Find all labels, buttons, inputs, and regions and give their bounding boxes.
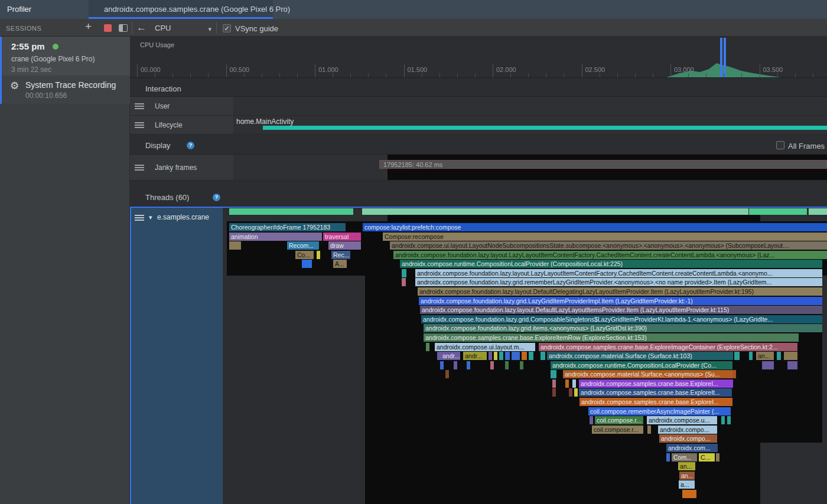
trace-span-small[interactable] bbox=[732, 370, 736, 378]
thread-state-bar[interactable] bbox=[809, 208, 827, 215]
trace-span-small[interactable] bbox=[402, 269, 406, 277]
trace-span[interactable]: androidx.compose.ui.layout.LayoutNodeSub… bbox=[390, 241, 827, 250]
help-icon[interactable]: ? bbox=[213, 194, 220, 201]
tab-profiler[interactable]: Profiler bbox=[7, 5, 31, 14]
trace-span-small[interactable] bbox=[552, 388, 556, 397]
trace-span[interactable]: andr... bbox=[441, 352, 460, 360]
session-artifact[interactable]: ⚙ System Trace Recording 00:00:10.656 bbox=[0, 76, 130, 104]
trace-span-small[interactable] bbox=[512, 352, 520, 360]
trace-span[interactable]: draw bbox=[328, 241, 361, 250]
trace-span[interactable]: androidx.compose.foundation.lazy.grid.re… bbox=[415, 278, 822, 286]
trace-span[interactable]: androidx.compose.foundation.lazy.layout.… bbox=[393, 251, 827, 259]
trace-span[interactable]: androidx.compo... bbox=[658, 426, 717, 434]
trace-span-small[interactable] bbox=[787, 361, 797, 369]
trace-span-small[interactable] bbox=[440, 361, 444, 369]
janky-track-label-col[interactable]: Janky frames bbox=[130, 155, 233, 181]
trace-span[interactable]: an... bbox=[756, 352, 774, 360]
trace-span[interactable]: coil.compose.r... bbox=[595, 416, 643, 424]
trace-span-small[interactable] bbox=[505, 352, 510, 360]
trace-span-small[interactable] bbox=[693, 490, 696, 498]
trace-span-small[interactable] bbox=[499, 352, 503, 360]
trace-span-small[interactable] bbox=[565, 379, 569, 388]
trace-span-small[interactable] bbox=[727, 416, 731, 424]
all-frames-checkbox[interactable] bbox=[776, 141, 784, 149]
trace-span-small[interactable] bbox=[734, 352, 740, 360]
trace-span-small[interactable] bbox=[302, 260, 312, 268]
trace-span[interactable]: androidx.compose.material.Surface (Surfa… bbox=[547, 352, 733, 360]
trace-span-small[interactable] bbox=[572, 379, 576, 388]
trace-span-small[interactable] bbox=[716, 453, 719, 462]
trace-span[interactable]: andr... bbox=[463, 352, 487, 360]
trace-span-small[interactable] bbox=[569, 388, 572, 397]
trace-span[interactable]: compose:lazylist:prefetch:compose bbox=[363, 223, 827, 231]
trace-span-small[interactable] bbox=[505, 361, 509, 369]
process-select[interactable]: CPU ▾ bbox=[155, 24, 211, 33]
trace-span[interactable]: Recom... bbox=[287, 241, 319, 250]
trace-span-small[interactable] bbox=[520, 361, 523, 369]
trace-span[interactable]: C... bbox=[699, 453, 715, 462]
janky-track-content[interactable]: 17952185: 40.62 ms bbox=[233, 155, 827, 181]
trace-span[interactable]: androidx.compose.samples.crane.base.Expl… bbox=[579, 398, 732, 406]
trace-span-small[interactable] bbox=[402, 278, 406, 286]
trace-span[interactable]: androidx.compose.foundation.lazy.grid.La… bbox=[419, 297, 822, 305]
trace-span[interactable]: an... bbox=[679, 472, 695, 480]
trace-span-small[interactable] bbox=[647, 426, 651, 434]
user-track-content[interactable] bbox=[233, 97, 827, 116]
trace-span[interactable]: androidx.com... bbox=[666, 444, 718, 452]
drag-handle-icon[interactable] bbox=[135, 165, 144, 171]
add-session-icon[interactable]: + bbox=[85, 20, 92, 33]
trace-span[interactable]: androidx.compose.runtime.CompositionLoca… bbox=[400, 260, 822, 268]
trace-span-small[interactable] bbox=[590, 416, 593, 424]
trace-span-small[interactable] bbox=[552, 379, 556, 388]
trace-span[interactable]: Com... bbox=[672, 453, 697, 462]
trace-span-small[interactable] bbox=[317, 251, 320, 259]
trace-span-small[interactable] bbox=[494, 352, 497, 360]
trace-span-small[interactable] bbox=[777, 352, 781, 360]
lifecycle-track-label-col[interactable]: Lifecycle bbox=[130, 116, 233, 135]
thread-state-bar[interactable] bbox=[362, 208, 748, 215]
trace-span[interactable]: androidx.compose.foundation.lazy.layout.… bbox=[420, 306, 822, 314]
tab-session[interactable]: androidx.compose.samples.crane (Google P… bbox=[89, 0, 273, 19]
trace-span-small[interactable] bbox=[666, 453, 670, 462]
user-track-label-col[interactable]: User bbox=[130, 97, 233, 116]
trace-span[interactable]: androidx.compo... bbox=[659, 434, 717, 443]
help-icon[interactable]: ? bbox=[187, 142, 194, 149]
vsync-checkbox[interactable]: ✓ bbox=[223, 24, 231, 32]
trace-span[interactable]: A... bbox=[333, 260, 347, 268]
thread-label-col[interactable]: ▾ e.samples.crane bbox=[130, 208, 223, 504]
trace-span[interactable]: androidx.compose.samples.crane.base.Expl… bbox=[579, 379, 733, 388]
trace-span-small[interactable] bbox=[574, 388, 578, 397]
trace-span[interactable]: Choreographer#doFrame 17952183 bbox=[229, 223, 346, 231]
lifecycle-event-bar[interactable] bbox=[263, 126, 827, 130]
trace-span-small[interactable] bbox=[784, 352, 797, 360]
collapse-panel-icon[interactable] bbox=[119, 24, 128, 32]
trace-span[interactable]: an... bbox=[678, 462, 695, 470]
drag-handle-icon[interactable] bbox=[135, 103, 144, 109]
trace-span-small[interactable] bbox=[749, 352, 753, 360]
trace-span[interactable]: Co... bbox=[295, 251, 314, 259]
trace-span[interactable]: androidx.compose.foundation.lazy.layout.… bbox=[418, 287, 822, 296]
trace-span[interactable]: androidx.compose.foundation.lazy.grid.Co… bbox=[421, 315, 822, 323]
trace-span-small[interactable] bbox=[522, 352, 527, 360]
trace-span[interactable]: traversal bbox=[323, 233, 361, 241]
trace-span-small[interactable] bbox=[489, 352, 492, 360]
trace-span[interactable]: coil.compose.r... bbox=[592, 426, 643, 434]
thread-state-bar[interactable] bbox=[229, 208, 353, 215]
cpu-usage-track[interactable]: CPU Usage 00.00000.50001.00001.50002.000… bbox=[130, 37, 827, 78]
flame-area[interactable]: Choreographer#doFrame 17952183animationt… bbox=[223, 208, 827, 504]
lifecycle-track-content[interactable]: home.MainActivity bbox=[233, 116, 827, 135]
trace-span[interactable]: androidx.compose.foundation.lazy.layout.… bbox=[415, 269, 822, 277]
trace-span[interactable]: androidx.compose.ui.layout.m... bbox=[435, 343, 535, 351]
trace-span[interactable]: androidx.compose.samples.crane.base.Expl… bbox=[579, 388, 732, 397]
trace-span-small[interactable] bbox=[445, 370, 449, 378]
trace-span-small[interactable] bbox=[762, 361, 774, 369]
thread-state-bar[interactable] bbox=[749, 208, 807, 215]
trace-span-small[interactable] bbox=[490, 361, 494, 369]
trace-span[interactable]: androidx.compose.runtime.CompositionLoca… bbox=[551, 361, 732, 369]
back-arrow-icon[interactable]: ← bbox=[136, 22, 146, 34]
trace-span-small[interactable] bbox=[229, 241, 241, 250]
drag-handle-icon[interactable] bbox=[135, 215, 144, 221]
trace-span[interactable]: androidx.compose.samples.crane.base.Expl… bbox=[539, 343, 797, 351]
stop-recording-icon[interactable] bbox=[104, 24, 112, 32]
trace-span-small[interactable] bbox=[467, 361, 470, 369]
